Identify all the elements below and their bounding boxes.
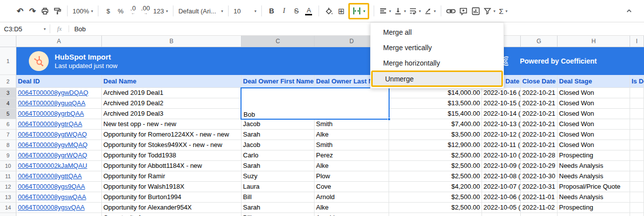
horizontal-align-button[interactable]: ▾ xyxy=(378,3,393,18)
cell-deal-stage[interactable]: Prospecting xyxy=(558,203,630,213)
deal-id-link[interactable]: 0064T000008ygtrQAA xyxy=(18,120,82,128)
cell-close-date[interactable]: 2022-10-30 ( xyxy=(521,171,558,182)
column-header-a[interactable]: A xyxy=(16,36,102,47)
cell-is-deleted[interactable] xyxy=(630,150,644,161)
cell-first-name[interactable]: Jacob xyxy=(242,140,315,150)
cell-amount[interactable]: $7,400.00 xyxy=(389,119,482,130)
merge-cells-button[interactable]: ▾ xyxy=(348,3,369,19)
cell-create-date[interactable]: 2022-10-10 ( xyxy=(482,150,521,161)
row-header-15[interactable]: 15 xyxy=(0,213,16,216)
cell-create-date[interactable]: 2022-10-14 ( xyxy=(482,109,521,119)
row-header-1[interactable]: 1 xyxy=(0,47,16,75)
cell-amount[interactable]: $2,500.00 xyxy=(389,150,482,161)
select-all-corner[interactable] xyxy=(0,36,16,47)
cell-deal-stage[interactable] xyxy=(558,213,630,216)
print-button[interactable] xyxy=(39,3,51,18)
filter-button[interactable]: ▾ xyxy=(482,3,497,18)
cell-create-date[interactable]: 2022-10-08 ( xyxy=(482,171,521,182)
italic-button[interactable]: I xyxy=(278,3,290,18)
cell-deal-id[interactable]: 0064T000008ygrbQAA xyxy=(16,109,102,119)
cell-close-date[interactable]: 2022-10-21 ( xyxy=(521,109,558,119)
cell-amount[interactable]: $14,000.00 xyxy=(389,88,482,98)
cell-amount[interactable]: $2,500.00 xyxy=(389,192,482,203)
deal-id-link[interactable]: 0064T000008ygswQAA xyxy=(18,193,86,201)
cell-close-date[interactable]: 2022-10-29 ( xyxy=(521,161,558,171)
cell-is-deleted[interactable] xyxy=(630,88,644,98)
cell-deal-stage[interactable]: Prospecting xyxy=(558,150,630,161)
cell-deal-stage[interactable]: Closed Won xyxy=(558,88,630,98)
cell-close-date[interactable]: 2022-10-31 ( xyxy=(521,182,558,192)
cell-close-date[interactable]: 2022-11-01 ( xyxy=(521,192,558,203)
row-header-2[interactable]: 2 xyxy=(0,75,16,88)
column-header-c[interactable]: C xyxy=(242,36,315,47)
row-header-14[interactable]: 14 xyxy=(0,203,16,213)
cell-is-deleted[interactable] xyxy=(630,109,644,119)
format-percent-button[interactable]: % xyxy=(114,3,127,18)
fill-handle[interactable] xyxy=(388,118,391,121)
cell-amount[interactable]: $12,900.00 xyxy=(389,140,482,150)
cell-create-date[interactable]: 2022-10-16 ( xyxy=(482,88,521,98)
deal-id-link[interactable]: 0064T000008yguqQAA xyxy=(18,99,85,107)
cell-close-date[interactable]: 2022-10-21 ( xyxy=(521,119,558,130)
cell-last-name[interactable]: Smith xyxy=(315,119,389,130)
deal-id-link[interactable]: 0064T000008ygrbQAA xyxy=(18,110,84,117)
insert-chart-button[interactable] xyxy=(470,3,482,18)
column-header-h[interactable]: H xyxy=(558,36,630,47)
cell-deal-name[interactable]: New test opp - new - new xyxy=(102,119,242,130)
cell-close-date[interactable]: 2022-10-21 ( xyxy=(521,98,558,109)
cell-deal-name[interactable]: Archived 2019 Deal2 xyxy=(102,98,242,109)
cell-create-date[interactable]: 2022-10-09 ( xyxy=(482,161,521,171)
cell-last-name[interactable]: Plow xyxy=(315,171,389,182)
redo-button[interactable]: ↷ xyxy=(26,3,39,18)
cell-amount[interactable]: $13,500.00 xyxy=(389,98,482,109)
column-header-g[interactable]: G xyxy=(521,36,558,47)
row-header-3[interactable]: 3 xyxy=(0,88,16,98)
menu-item-unmerge[interactable]: Unmerge xyxy=(371,71,503,87)
cell-last-name[interactable]: Cove xyxy=(315,182,389,192)
insert-link-button[interactable] xyxy=(445,3,457,18)
cell-deal-name[interactable]: Opportunity for Todd1938 xyxy=(102,150,242,161)
cell-amount[interactable]: $15,400.00 xyxy=(389,109,482,119)
cell-deal-stage[interactable]: Proposal/Price Quote xyxy=(558,182,630,192)
header-is-deleted[interactable]: Is Deleted xyxy=(630,75,644,88)
cell-deal-name[interactable]: Opportunity for Walsh1918X xyxy=(102,182,242,192)
borders-button[interactable]: ⊞ xyxy=(335,3,347,18)
deal-id-link[interactable]: 0064T000008ygs9QAA xyxy=(18,183,85,190)
cell-deal-name[interactable]: Opportunity for Alexander954X xyxy=(102,203,242,213)
cell-deal-id[interactable] xyxy=(16,213,102,216)
cell-deal-name[interactable]: Opportunity for Stokes949XX - new - new xyxy=(102,140,242,150)
functions-button[interactable]: Σ ▾ xyxy=(497,3,509,18)
column-header-i[interactable]: I xyxy=(630,36,644,47)
cell-amount[interactable]: $4,200.00 xyxy=(389,182,482,192)
cell-is-deleted[interactable] xyxy=(630,192,644,203)
header-deal-name[interactable]: Deal Name xyxy=(102,75,242,88)
cell-last-name[interactable]: Alke xyxy=(315,130,389,140)
text-color-button[interactable]: A xyxy=(303,3,315,18)
deal-id-link[interactable]: 0064T000008ygrWQAQ xyxy=(18,151,87,159)
cell-close-date[interactable]: 2022-10-21 ( xyxy=(521,130,558,140)
deal-id-link[interactable]: 0064T000008ygvMQAQ xyxy=(18,141,87,148)
cell-create-date[interactable]: 2022-10-15 ( xyxy=(482,98,521,109)
cell-close-date[interactable]: 2022-10-21 ( xyxy=(521,88,558,98)
name-box[interactable]: C3:D5 ▾ xyxy=(0,25,50,33)
menu-item-merge-vertically[interactable]: Merge vertically xyxy=(371,40,503,55)
cell-is-deleted[interactable] xyxy=(630,213,644,216)
cell-is-deleted[interactable] xyxy=(630,140,644,150)
cell-deal-stage[interactable]: Closed Won xyxy=(558,119,630,130)
cell-first-name[interactable]: Sarah xyxy=(242,161,315,171)
cell-close-date[interactable]: 2022-11-02 ( xyxy=(521,203,558,213)
cell-deal-name[interactable]: Opportunity for Burton1994 xyxy=(102,192,242,203)
cell-deal-name[interactable]: Opportunity for Ramir xyxy=(102,171,242,182)
deal-id-link[interactable]: 0064T000008ygtWQAQ xyxy=(18,131,87,138)
header-deal-id[interactable]: Deal ID xyxy=(16,75,102,88)
cell-deal-stage[interactable]: Needs Analysis xyxy=(558,161,630,171)
cell-deal-name[interactable]: Opportunity for Abbott1184X - new xyxy=(102,161,242,171)
cell-deal-id[interactable]: 0064T000008ygttQAA xyxy=(16,171,102,182)
cell-deal-name[interactable]: Opportunity for xyxy=(102,213,242,216)
cell-amount[interactable] xyxy=(389,213,482,216)
cell-deal-name[interactable]: Archived 2019 Deal1 xyxy=(102,88,242,98)
cell-close-date[interactable] xyxy=(521,213,558,216)
format-currency-button[interactable]: $ xyxy=(102,3,114,18)
cell-last-name[interactable]: Smith xyxy=(315,140,389,150)
cell-first-name[interactable]: Sarah xyxy=(242,130,315,140)
